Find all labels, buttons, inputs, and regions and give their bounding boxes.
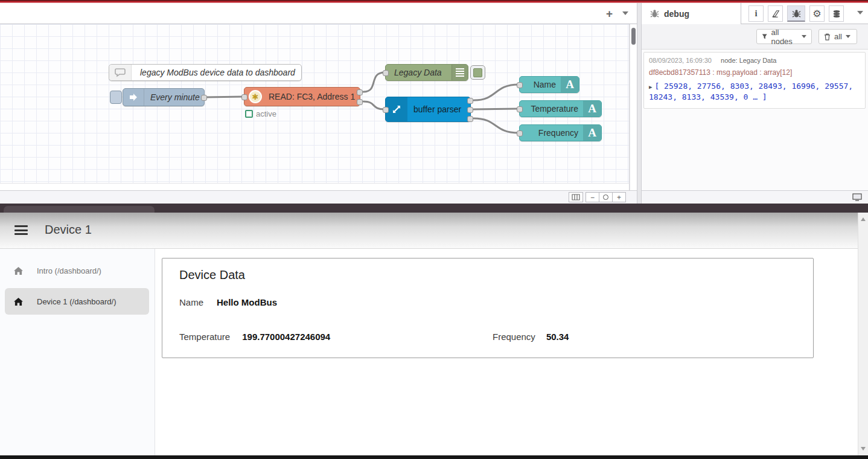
window-tab-shape [4,206,155,213]
ui-text-node-temperature[interactable]: Temperature A [519,100,602,117]
buffer-output-port-3[interactable] [467,116,473,122]
nav-item-intro[interactable]: Intro (/dashboard/) [5,257,149,284]
wire[interactable] [363,101,385,109]
flow-canvas[interactable]: legacy ModBus device data to dashboard E… [0,24,630,183]
editor-footer: − + [0,190,637,204]
wire[interactable] [474,118,519,133]
wire[interactable] [205,97,244,97]
debug-toggle-button[interactable] [470,65,485,80]
wire[interactable] [363,72,385,92]
modbus-icon: ✱ [249,90,262,103]
menu-hamburger-icon[interactable] [14,225,28,235]
inject-label: Every minute [150,92,200,102]
config-tab-button[interactable]: ⚙ [809,5,825,22]
home-icon [13,297,24,306]
wire[interactable] [474,109,519,109]
buffer-output-port-2[interactable] [467,107,473,113]
gear-icon: ⚙ [812,8,821,19]
zoom-out-button[interactable]: − [586,192,599,202]
debug-footer [642,190,868,204]
field-value: 50.34 [546,332,569,342]
ui-input-port[interactable] [517,106,523,112]
ui-node-label: Name [520,80,556,89]
status-text: active [256,109,276,118]
debug-tab-button[interactable] [787,5,805,22]
canvas-vertical-scrollbar[interactable] [630,24,637,190]
nav-item-device-1[interactable]: Device 1 (/dashboard/) [5,288,149,315]
debug-sidebar: debug i ⚙ [642,3,868,204]
clear-messages-button[interactable]: all [819,29,857,44]
zoom-in-button[interactable]: + [612,192,626,202]
buffer-output-port-1[interactable] [467,98,473,104]
context-tab-button[interactable] [829,5,844,22]
inject-arrow-icon [123,89,144,106]
buffer-parser-label: buffer parser [413,104,461,114]
field-label: Temperature [179,332,230,342]
debug-toolbar: all nodes all [642,24,868,50]
scroll-down-arrow[interactable] [861,447,866,451]
field-value: Hello ModBus [217,297,277,307]
scrollbar-thumb[interactable] [631,28,636,45]
debug-message-list: 08/09/2023, 16:09:30 node: Legacy Data d… [642,50,868,193]
debug-message[interactable]: 08/09/2023, 16:09:30 node: Legacy Data d… [643,52,866,109]
inject-output-port[interactable] [201,95,207,101]
ui-input-port[interactable] [517,130,523,136]
text-a-icon: A [583,125,601,141]
filter-nodes-button[interactable]: all nodes [756,29,812,44]
nav-item-label: Intro (/dashboard/) [37,266,101,275]
payload-array: [ 25928, 27756, 8303, 28493, 16996, 2955… [649,82,853,101]
inject-node[interactable]: Every minute [123,88,205,106]
book-icon [771,10,780,18]
add-flow-button[interactable]: + [606,8,613,19]
sidebar-menu-chevron-icon[interactable] [857,11,863,14]
modbus-read-node[interactable]: ✱ READ: FC3, Address 1 [244,87,360,106]
info-tab-button[interactable]: i [748,5,764,22]
trash-icon [824,33,831,40]
canvas-horizontal-scrollbar[interactable] [0,183,630,190]
open-window-icon[interactable] [852,193,862,201]
clear-label: all [834,32,842,41]
debug-node-label: Legacy Data [394,68,452,77]
nav-item-label: Device 1 (/dashboard/) [37,297,116,306]
expand-payload-toggle[interactable]: ▶ [649,84,652,90]
ui-input-port[interactable] [517,82,523,88]
ui-text-node-frequency[interactable]: Frequency A [519,124,602,141]
device-data-card: Device Data NameHello ModBus Temperature… [162,258,814,358]
tab-debug-label: debug [664,9,689,19]
debug-input-port[interactable] [383,70,389,76]
scroll-up-arrow[interactable] [861,217,866,221]
minimap-button[interactable] [569,192,583,202]
debug-node-legacy-data[interactable]: Legacy Data [385,64,468,81]
ui-node-label: Temperature [520,104,578,114]
wire[interactable] [474,85,519,100]
flow-list-chevron-icon[interactable] [622,11,628,15]
ui-text-node-name[interactable]: Name A [519,76,579,93]
card-title: Device Data [179,268,245,282]
field-label: Frequency [493,332,535,342]
comment-node[interactable]: legacy ModBus device data to dashboard [109,64,302,81]
sidebar-header: debug i ⚙ [642,3,868,24]
panel-divider[interactable] [637,3,642,204]
help-tab-button[interactable] [768,5,783,22]
field-value: 199.77000427246094 [242,332,330,342]
tab-debug[interactable]: debug [642,3,741,24]
dashboard-header: Device 1 [0,213,868,249]
debug-toggle-state [473,68,482,77]
modbus-input-port[interactable] [241,94,247,100]
zoom-reset-button[interactable] [599,192,613,202]
modbus-label: READ: FC3, Address 1 [269,92,355,101]
modbus-output-port-1[interactable] [357,89,363,95]
info-icon: i [755,8,757,19]
chevron-down-icon [802,35,806,38]
field-label: Name [179,297,203,307]
buffer-input-port[interactable] [383,107,389,113]
modbus-output-port-2[interactable] [357,99,363,105]
debug-lines-icon [452,65,468,80]
inject-button[interactable] [110,91,122,104]
bug-icon [650,9,659,18]
comment-label: legacy ModBus device data to dashboard [140,68,295,77]
flow-tab-bar: + [0,3,637,24]
bottom-bar [0,455,868,459]
dashboard-scrollbar[interactable] [858,213,868,455]
buffer-parser-node[interactable]: buffer parser [385,97,471,122]
